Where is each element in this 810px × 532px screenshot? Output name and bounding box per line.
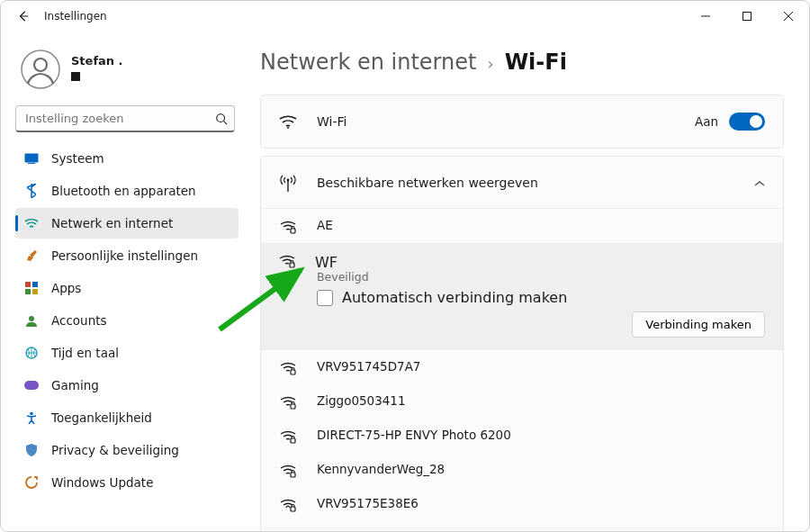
network-security-label: Beveiligd (317, 270, 765, 284)
network-name: WF (315, 254, 338, 271)
wifi-secured-icon (279, 498, 297, 512)
apps-icon (24, 281, 39, 295)
sidebar: Stefan . Systeem Bluetooth en apparaten (1, 32, 246, 531)
svg-point-13 (30, 412, 33, 416)
minimize-button[interactable] (685, 1, 726, 32)
sidebar-item-label: Windows Update (51, 475, 153, 490)
maximize-button[interactable] (726, 1, 768, 32)
accessibility-icon (24, 410, 39, 425)
svg-rect-5 (28, 163, 35, 164)
main-content: Netwerk en internet › Wi-Fi Wi-Fi Aan (246, 32, 809, 531)
available-networks-card: Beschikbare netwerken weergeven AE (260, 156, 784, 531)
network-item[interactable]: VRV95175E38E6 (261, 487, 783, 521)
sidebar-item-gaming[interactable]: Gaming (15, 370, 238, 401)
sidebar-item-time-language[interactable]: Tijd en taal (15, 338, 238, 368)
network-item[interactable]: KennyvanderWeg_28 (261, 453, 783, 487)
search-box (15, 105, 235, 132)
network-item[interactable]: AE (261, 209, 783, 243)
chevron-right-icon: › (487, 54, 493, 73)
auto-connect-checkbox[interactable] (317, 290, 333, 306)
available-networks-row[interactable]: Beschikbare netwerken weergeven (261, 157, 783, 209)
network-name: VRV951745D7A7 (317, 359, 420, 374)
svg-point-10 (29, 316, 34, 321)
wifi-toggle-card[interactable]: Wi-Fi Aan (260, 95, 784, 149)
connect-button[interactable]: Verbinding maken (632, 311, 765, 338)
page-title: Wi-Fi (505, 50, 567, 75)
svg-rect-0 (743, 13, 752, 21)
minimize-icon (701, 12, 710, 21)
svg-rect-16 (291, 229, 295, 233)
network-name: AE (317, 218, 333, 232)
sidebar-item-privacy[interactable]: Privacy & beveiliging (15, 435, 238, 465)
wifi-toggle[interactable] (729, 113, 765, 131)
maximize-icon (742, 12, 752, 21)
sidebar-item-system[interactable]: Systeem (15, 143, 238, 174)
network-item[interactable]: VRV951745D7A7 (261, 350, 783, 384)
wifi-secured-icon (279, 395, 297, 410)
sidebar-item-personalisation[interactable]: Persoonlijke instellingen (15, 240, 238, 271)
svg-rect-22 (291, 507, 295, 511)
svg-rect-8 (25, 289, 31, 294)
sidebar-item-apps[interactable]: Apps (15, 273, 238, 303)
close-button[interactable] (768, 1, 809, 32)
svg-rect-20 (291, 438, 295, 443)
svg-rect-19 (291, 404, 295, 409)
window-title: Instellingen (44, 10, 107, 23)
back-button[interactable] (6, 1, 40, 32)
search-input[interactable] (15, 105, 235, 132)
system-icon (24, 151, 39, 166)
settings-window: Instellingen Stefan . (0, 0, 810, 532)
svg-rect-18 (291, 370, 295, 374)
wifi-icon (279, 114, 297, 129)
network-item[interactable]: DIRECT-75-HP ENVY Photo 6200 (261, 419, 783, 453)
close-icon (784, 12, 793, 21)
gaming-icon (24, 378, 39, 392)
shield-icon (24, 443, 39, 457)
svg-point-15 (287, 178, 290, 181)
wifi-secured-icon (279, 361, 297, 375)
arrow-left-icon (17, 10, 30, 23)
update-icon (24, 475, 39, 490)
network-name: DIRECT-75-HP ENVY Photo 6200 (317, 428, 511, 442)
svg-rect-17 (290, 263, 294, 267)
accounts-icon (24, 313, 39, 328)
wifi-secured-icon (279, 464, 297, 478)
network-item[interactable]: Ziggo0503411 (261, 384, 783, 419)
sidebar-item-accounts[interactable]: Accounts (15, 305, 238, 336)
person-icon (21, 50, 60, 89)
sidebar-item-accessibility[interactable]: Toegankelijkheid (15, 402, 238, 433)
breadcrumb-parent[interactable]: Netwerk en internet (260, 50, 476, 75)
breadcrumb: Netwerk en internet › Wi-Fi (260, 50, 784, 75)
sidebar-item-bluetooth[interactable]: Bluetooth en apparaten (15, 176, 238, 206)
sidebar-item-label: Privacy & beveiliging (51, 443, 179, 457)
caption-buttons (685, 1, 809, 32)
avatar (21, 50, 60, 89)
network-item[interactable]: Ziggo (261, 521, 783, 531)
sidebar-item-windows-update[interactable]: Windows Update (15, 467, 238, 498)
sidebar-item-label: Apps (51, 281, 81, 295)
network-name: VRV95175E38E6 (317, 496, 418, 510)
network-item-selected[interactable]: WF Beveiligd Automatisch verbinding make… (261, 243, 783, 350)
wifi-secured-icon (279, 429, 297, 444)
sidebar-item-label: Bluetooth en apparaten (51, 184, 196, 198)
nav: Systeem Bluetooth en apparaten Netwerk e… (15, 143, 238, 498)
globe-icon (24, 346, 39, 360)
profile-block[interactable]: Stefan . (15, 39, 238, 102)
sidebar-item-label: Systeem (51, 151, 104, 166)
wifi-secured-icon (279, 220, 297, 234)
sidebar-item-label: Tijd en taal (51, 346, 119, 360)
sidebar-item-label: Toegankelijkheid (51, 410, 152, 425)
antenna-icon (279, 174, 297, 192)
search-icon (215, 112, 228, 129)
sidebar-item-network[interactable]: Netwerk en internet (15, 208, 238, 239)
svg-point-14 (287, 127, 289, 129)
wifi-secured-icon (279, 254, 295, 272)
paintbrush-icon (24, 248, 39, 263)
sidebar-item-label: Accounts (51, 313, 107, 328)
available-networks-label: Beschikbare netwerken weergeven (317, 176, 538, 190)
svg-rect-21 (291, 473, 295, 477)
network-name: KennyvanderWeg_28 (317, 462, 445, 476)
svg-rect-4 (25, 154, 39, 163)
chevron-up-icon (754, 174, 765, 191)
svg-rect-7 (32, 282, 38, 287)
